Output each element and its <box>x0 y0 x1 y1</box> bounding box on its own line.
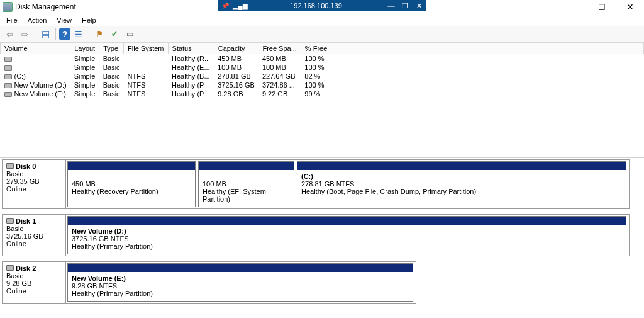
pin-icon[interactable]: 📌 <box>218 3 233 9</box>
help-button[interactable] <box>59 28 70 40</box>
vol-capacity: 100 MB <box>214 63 258 72</box>
back-button[interactable] <box>3 27 16 41</box>
refresh-button[interactable] <box>108 27 121 41</box>
partition[interactable]: New Volume (E:)9.28 GB NTFSHealthy (Prim… <box>67 263 413 302</box>
table-row[interactable]: New Volume (E:)SimpleBasicNTFSHealthy (P… <box>1 89 644 98</box>
partition-title: New Volume (D:) <box>72 227 622 235</box>
vol-type: Basic <box>99 63 124 72</box>
vol-fs: NTFS <box>124 72 168 81</box>
volume-icon <box>4 83 12 88</box>
vol-pct: 100 % <box>301 81 331 89</box>
menu-help[interactable]: Help <box>78 15 100 25</box>
action-flag-button[interactable] <box>92 27 106 41</box>
signal-icon: ▂▄▆ <box>233 3 248 9</box>
vol-pct: 82 % <box>301 72 331 81</box>
disk-type: Basic <box>6 272 62 280</box>
col-pctfree[interactable]: % Free <box>301 43 331 54</box>
volume-table: Volume Layout Type File System Status Ca… <box>0 42 644 98</box>
vol-free: 3724.86 ... <box>258 81 301 89</box>
view-top-button[interactable] <box>72 27 86 41</box>
disk-size: 3725.16 GB <box>6 232 62 240</box>
volume-icon <box>4 57 12 62</box>
show-hide-console-tree-button[interactable] <box>38 27 52 41</box>
remote-close-button[interactable] <box>412 2 426 10</box>
partition[interactable]: 450 MBHealthy (Recovery Partition) <box>67 161 196 207</box>
table-row[interactable]: SimpleBasicHealthy (R...450 MB450 MB100 … <box>1 54 644 64</box>
vol-layout: Simple <box>70 54 99 64</box>
forward-button[interactable] <box>18 27 31 41</box>
disk-info[interactable]: Disk 0Basic279.35 GBOnline <box>3 160 66 208</box>
col-status[interactable]: Status <box>168 43 214 54</box>
extra-button[interactable] <box>123 27 136 41</box>
remote-address: 192.168.100.139 <box>248 2 384 9</box>
disk-status: Online <box>6 287 62 295</box>
separator <box>55 28 56 40</box>
partition[interactable]: New Volume (D:)3725.16 GB NTFSHealthy (P… <box>67 216 626 254</box>
vol-name <box>1 63 70 72</box>
menu-bar: File Action View Help <box>0 14 644 26</box>
partition-color-bar <box>68 217 626 225</box>
vol-name: New Volume (D:) <box>1 81 70 89</box>
disk-icon <box>6 163 14 169</box>
partition[interactable]: (C:)278.81 GB NTFSHealthy (Boot, Page Fi… <box>297 161 626 207</box>
vol-fs <box>124 54 168 64</box>
outer-minimize-button[interactable] <box>559 3 587 12</box>
volume-table-header: Volume Layout Type File System Status Ca… <box>1 43 644 54</box>
disk-status: Online <box>6 240 62 247</box>
disk-icon <box>6 265 14 271</box>
col-type[interactable]: Type <box>99 43 124 54</box>
partition-size: 278.81 GB NTFS <box>301 180 622 188</box>
remote-restore-button[interactable]: ❐ <box>398 2 412 10</box>
separator <box>89 28 89 40</box>
disk-info[interactable]: Disk 2Basic9.28 GBOnline <box>3 262 66 303</box>
partition-color-bar <box>68 264 413 272</box>
col-filesystem[interactable]: File System <box>124 43 168 54</box>
volume-icon <box>4 65 12 71</box>
table-row[interactable]: (C:)SimpleBasicNTFSHealthy (B...278.81 G… <box>1 72 644 81</box>
partition-title: New Volume (E:) <box>72 275 409 282</box>
disk-status: Online <box>6 185 62 193</box>
vol-status: Healthy (R... <box>168 54 214 64</box>
menu-view[interactable]: View <box>53 15 75 25</box>
partition-status: Healthy (EFI System Partition) <box>203 188 290 203</box>
vol-fs <box>124 63 168 72</box>
window-title: Disk Management <box>15 3 76 11</box>
outer-close-button[interactable] <box>616 2 644 12</box>
remote-connection-bar: 📌 ▂▄▆ 192.168.100.139 ❐ <box>218 0 426 11</box>
volume-list-panel: Volume Layout Type File System Status Ca… <box>0 42 644 158</box>
vol-fs: NTFS <box>124 89 168 98</box>
vol-capacity: 3725.16 GB <box>214 81 258 89</box>
table-row[interactable]: SimpleBasicHealthy (E...100 MB100 MB100 … <box>1 63 644 72</box>
partition-status: Healthy (Primary Partition) <box>72 290 409 297</box>
disk-name: Disk 1 <box>6 217 62 225</box>
vol-pct: 99 % <box>301 89 331 98</box>
col-freespace[interactable]: Free Spa... <box>258 43 301 54</box>
partition-title: (C:) <box>301 173 622 180</box>
vol-layout: Simple <box>70 72 99 81</box>
disk-info[interactable]: Disk 1Basic3725.16 GBOnline <box>3 215 66 256</box>
outer-maximize-button[interactable] <box>587 3 616 12</box>
vol-name: New Volume (E:) <box>1 89 70 98</box>
col-capacity[interactable]: Capacity <box>214 43 258 54</box>
disk-row: Disk 2Basic9.28 GBOnlineNew Volume (E:)9… <box>2 261 416 304</box>
disk-size: 9.28 GB <box>6 280 62 287</box>
vol-layout: Simple <box>70 81 99 89</box>
vol-type: Basic <box>99 81 124 89</box>
menu-action[interactable]: Action <box>24 15 51 25</box>
table-row[interactable]: New Volume (D:)SimpleBasicNTFSHealthy (P… <box>1 81 644 89</box>
col-layout[interactable]: Layout <box>70 43 99 54</box>
vol-fs: NTFS <box>124 81 168 89</box>
remote-minimize-button[interactable] <box>384 2 398 9</box>
vol-status: Healthy (P... <box>168 89 214 98</box>
vol-layout: Simple <box>70 63 99 72</box>
vol-pct: 100 % <box>301 54 331 64</box>
disk-name: Disk 2 <box>6 264 62 272</box>
vol-capacity: 9.28 GB <box>214 89 258 98</box>
partition-title <box>72 173 191 180</box>
partition[interactable]: 100 MBHealthy (EFI System Partition) <box>198 161 294 207</box>
vol-free: 227.64 GB <box>258 72 301 81</box>
partition-size: 9.28 GB NTFS <box>72 282 409 290</box>
vol-status: Healthy (B... <box>168 72 214 81</box>
menu-file[interactable]: File <box>3 15 21 25</box>
col-volume[interactable]: Volume <box>1 43 70 54</box>
